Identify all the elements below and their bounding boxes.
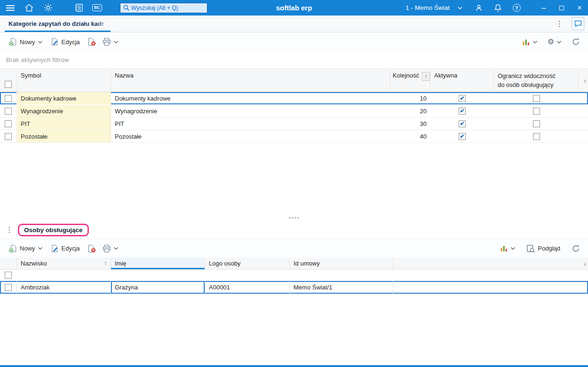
grid1-empty-area xyxy=(0,143,588,214)
sun-settings-icon[interactable] xyxy=(42,2,54,14)
column-header-aktywna[interactable]: Aktywna xyxy=(430,69,494,92)
maximize-button[interactable] xyxy=(558,4,565,12)
help-icon[interactable]: ? xyxy=(511,2,522,14)
grid-settings-button[interactable]: ⚙ xyxy=(545,36,564,48)
tab-osoby-obslugujace[interactable]: Osoby obsługujące xyxy=(24,226,83,234)
cell-kolejnosc[interactable]: 40 xyxy=(390,130,430,142)
categories-grid: Symbol Nazwa Kolejność ↑ Aktywna Ogranic… xyxy=(0,69,588,214)
table-row[interactable]: Dokumenty kadrowe Dokumenty kadrowe 10 xyxy=(0,92,588,105)
minimize-button[interactable]: – xyxy=(540,4,548,12)
new-button[interactable]: Nowy xyxy=(6,35,46,48)
ogranicz-checkbox[interactable] xyxy=(533,120,540,127)
cell-nazwisko[interactable]: Ambroziak xyxy=(17,281,111,294)
header-check-cell xyxy=(0,258,17,269)
column-header-id-umowy[interactable]: Id umowy xyxy=(290,258,393,269)
cell-nazwa[interactable]: Dokumenty kadrowe xyxy=(111,92,390,104)
search-icon xyxy=(123,5,129,11)
ogranicz-checkbox[interactable] xyxy=(533,133,540,140)
cell-nazwa[interactable]: Pozostałe xyxy=(111,130,390,142)
ogranicz-checkbox[interactable] xyxy=(533,95,540,102)
cell-nazwa[interactable]: Wynagrodzenie xyxy=(111,105,390,117)
bell-icon[interactable] xyxy=(492,2,503,14)
aktywna-checkbox[interactable] xyxy=(459,108,466,115)
header-scroll-left-icon[interactable]: ‹ xyxy=(584,259,587,267)
aktywna-checkbox[interactable] xyxy=(459,120,466,127)
table-row[interactable]: PIT PIT 30 xyxy=(0,117,588,130)
refresh-button[interactable] xyxy=(569,242,582,255)
delete-button[interactable] xyxy=(85,242,98,255)
cell-id-umowy[interactable]: Memo Świat/1 xyxy=(290,281,393,294)
cell-nazwa[interactable]: PIT xyxy=(111,117,390,130)
column-header-logo-osoby[interactable]: Logo osoby xyxy=(205,258,290,269)
column-header-label: Logo osoby xyxy=(209,260,240,267)
cell-kolejnosc[interactable]: 30 xyxy=(390,117,430,130)
delete-button[interactable] xyxy=(85,35,98,48)
cell-imie[interactable]: Grażyna xyxy=(111,281,205,294)
cell-symbol[interactable]: PIT xyxy=(17,117,111,130)
address-book-icon[interactable] xyxy=(73,2,85,14)
cell-symbol[interactable]: Dokumenty kadrowe xyxy=(17,92,111,104)
column-header-label: Kolejność xyxy=(393,72,419,79)
edit-button-label: Edycja xyxy=(62,39,80,46)
row-checkbox[interactable] xyxy=(5,133,12,140)
row-checkbox[interactable] xyxy=(5,284,12,291)
column-header-nazwa[interactable]: Nazwa xyxy=(111,69,390,92)
filter-bar[interactable]: Brak aktywnych filtrów xyxy=(0,51,588,69)
aktywna-checkbox[interactable] xyxy=(459,95,466,102)
document-tabbar: Kategorie zapytań do działu kadr ⋮ xyxy=(0,16,588,32)
header-scroll-left-icon[interactable]: ‹ xyxy=(584,77,587,85)
bc-icon[interactable]: BC xyxy=(92,4,102,11)
table-row[interactable]: Pozostałe Pozostałe 40 xyxy=(0,130,588,143)
table-row[interactable]: Wynagrodzenie Wynagrodzenie 20 xyxy=(0,105,588,117)
preview-button-label: Podgląd xyxy=(538,245,560,252)
menu-icon[interactable] xyxy=(5,2,16,14)
new-record-icon xyxy=(9,38,17,46)
sort-asc-icon[interactable]: ↑ xyxy=(422,72,430,81)
cell-kolejnosc[interactable]: 10 xyxy=(390,92,430,104)
panel-menu-icon[interactable]: ⋮ xyxy=(4,225,15,234)
column-header-imie[interactable]: Imię xyxy=(111,258,205,269)
comments-icon[interactable] xyxy=(572,17,584,30)
edit-button[interactable]: Edycja xyxy=(48,242,83,255)
analysis-button[interactable] xyxy=(520,36,540,48)
ogranicz-checkbox[interactable] xyxy=(533,108,540,115)
new-button[interactable]: Nowy xyxy=(6,242,46,255)
tab-overflow-icon[interactable]: ⋮ xyxy=(554,19,565,29)
search-input[interactable] xyxy=(131,5,204,11)
table-row[interactable]: Ambroziak Grażyna A00001 Memo Świat/1 xyxy=(0,281,588,294)
printer-icon xyxy=(103,244,111,253)
column-header-nazwisko[interactable]: Nazwisko ↑ xyxy=(17,258,111,269)
cell-kolejnosc[interactable]: 20 xyxy=(390,105,430,117)
column-header-symbol[interactable]: Symbol xyxy=(17,69,111,92)
preview-button[interactable]: Podgląd xyxy=(523,242,564,255)
tab-kategorie-zapytan[interactable]: Kategorie zapytań do działu kadr xyxy=(5,16,111,32)
refresh-button[interactable] xyxy=(569,35,582,48)
select-all-checkbox[interactable] xyxy=(5,272,12,279)
cell-symbol[interactable]: Pozostałe xyxy=(17,130,111,142)
new-button-label: Nowy xyxy=(20,245,35,252)
edit-icon xyxy=(51,244,59,253)
edit-button[interactable]: Edycja xyxy=(48,35,83,48)
close-button[interactable]: × xyxy=(576,4,583,12)
global-search[interactable] xyxy=(120,3,207,13)
select-all-checkbox[interactable] xyxy=(5,81,12,88)
column-header-kolejnosc[interactable]: Kolejność ↑ xyxy=(390,69,430,92)
user-icon[interactable] xyxy=(473,2,485,14)
chevron-down-icon xyxy=(533,41,537,43)
cell-symbol[interactable]: Wynagrodzenie xyxy=(17,105,111,117)
column-header-ogranicz[interactable]: Ogranicz widoczność do osób obsługujący xyxy=(494,69,579,92)
chevron-down-icon[interactable] xyxy=(454,2,466,14)
column-header-label: Imię xyxy=(115,260,127,267)
cell-logo-osoby[interactable]: A00001 xyxy=(205,281,290,294)
analysis-button[interactable] xyxy=(498,242,517,255)
company-selector[interactable]: 1 - Memo Świat xyxy=(405,4,450,11)
home-icon[interactable] xyxy=(24,2,35,14)
panel-splitter[interactable] xyxy=(0,214,588,221)
row-checkbox[interactable] xyxy=(5,120,12,127)
row-checkbox[interactable] xyxy=(5,95,12,102)
row-checkbox[interactable] xyxy=(5,108,12,115)
print-button[interactable] xyxy=(100,35,120,48)
sort-asc-icon[interactable]: ↑ xyxy=(104,260,107,269)
aktywna-checkbox[interactable] xyxy=(459,133,466,140)
print-button[interactable] xyxy=(100,242,120,255)
